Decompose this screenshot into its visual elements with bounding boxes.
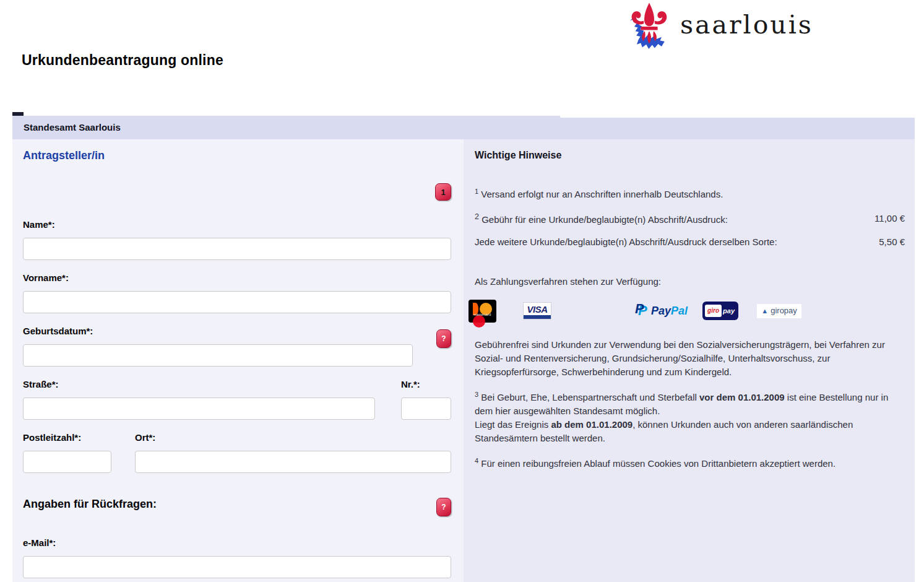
ort-group: Ort*: [135,432,451,473]
note-3-sup: 3 [475,391,478,398]
nr-field[interactable] [401,397,451,420]
fee-row-additional: Jede weitere Urkunde/beglaubigte(n) Absc… [475,235,905,249]
name-field[interactable] [23,238,451,260]
giropay-classic-logo: giro pay [702,302,738,320]
geburtsdatum-row: Geburtsdatum*: ? [23,326,451,367]
paypal-p-icon: P P [635,303,647,318]
paypal-logo: P P PayPal [635,303,688,318]
giropay-new-wordmark: giropay [771,304,797,318]
nr-label: Nr.*: [401,379,451,390]
saarlouis-crest-icon [622,1,671,57]
ort-label: Ort*: [135,432,451,443]
note-1-text: Versand erfolgt nur an Anschriften inner… [481,189,723,199]
logo-wordmark: saarlouis [680,10,813,40]
ort-field[interactable] [135,451,451,473]
note-cookies: 4 Für einen reibungsfreien Ablauf müssen… [475,454,905,471]
paypal-wordmark: PayPal [651,304,688,318]
note-shipping: 1 Versand erfolgt nur an Anschriften inn… [475,185,905,201]
note-1-sup: 1 [475,188,478,195]
visa-label: VISA [527,303,547,316]
standesamt-bar-right [560,118,915,139]
payment-logos-row: mastercard VISA P P PayPal giro pay ▲ gi… [468,298,905,323]
mastercard-label: mastercard [468,308,496,321]
note-4-sup: 4 [475,457,478,464]
plz-field[interactable] [23,451,111,473]
applicant-form-panel: Antragsteller/in 1 Name*: Vorname*: Gebu… [12,139,464,582]
plz-group: Postleitzahl*: [23,432,111,473]
email-label: e-Mail*: [23,537,451,549]
standesamt-bar-title: Standesamt Saarlouis [12,116,560,139]
mastercard-logo: mastercard [468,300,496,323]
rueckfragen-row: Angaben für Rückfragen: ? [23,498,451,516]
vorname-label: Vorname*: [23,272,451,284]
form-heading: Antragsteller/in [23,149,451,162]
hints-heading: Wichtige Hinweise [475,149,905,162]
fee-1-text: 2 Gebühr für eine Urkunde/beglaubigte(n)… [475,210,821,227]
visa-logo: VISA [523,302,551,319]
note-3-bold-before: vor dem 01.01.2009 [699,392,785,402]
rueckfragen-help-badge[interactable]: ? [436,498,451,516]
note-free-certificates: Gebührenfrei sind Urkunden zur Verwendun… [475,338,905,379]
fee-1-price: 11,00 € [874,212,905,225]
nr-group: Nr.*: [401,379,451,420]
visa-bar [524,315,551,319]
info-badge-row: 1 [23,183,451,201]
vorname-field[interactable] [23,291,451,313]
fee-2-text: Jede weitere Urkunde/beglaubigte(n) Absc… [475,235,821,249]
saarlouis-logo: saarlouis [622,1,813,57]
geburtsdatum-help-badge[interactable]: ? [436,329,451,348]
strasse-nr-row: Straße*: Nr.*: [23,379,451,420]
fee-row-first: 2 Gebühr für eine Urkunde/beglaubigte(n)… [475,210,905,227]
plz-label: Postleitzahl*: [23,432,111,443]
rueckfragen-heading: Angaben für Rückfragen: [23,498,451,511]
payment-caption: Als Zahlungsverfahren stehen zur Verfügu… [475,275,905,289]
note-4-text: Für einen reibungsfreien Ablauf müssen C… [481,458,835,469]
note-3-bold-after: ab dem 01.01.2009 [551,419,633,430]
strasse-group: Straße*: [23,379,375,420]
geburtsdatum-field[interactable] [23,344,413,367]
geburtsdatum-label: Geburtsdatum*: [23,326,451,337]
standesamt-bar: Standesamt Saarlouis [12,116,560,139]
strasse-field[interactable] [23,397,375,420]
strasse-label: Straße*: [23,379,375,390]
plz-ort-row: Postleitzahl*: Ort*: [23,432,451,473]
email-field[interactable] [23,556,451,578]
fee-2-price: 5,50 € [879,235,905,249]
giropay-classic-girobox: giro [705,305,722,317]
note-registry-office: 3 Bei Geburt, Ehe, Lebenspartnerschaft u… [475,388,905,445]
hints-panel: Wichtige Hinweise 1 Versand erfolgt nur … [464,139,915,582]
page-title: Urkundenbeantragung online [22,52,223,69]
info-badge-1[interactable]: 1 [435,183,451,201]
name-label: Name*: [23,219,451,230]
note-2-sup: 2 [475,212,479,221]
giropay-pyramid-icon: ▲ [761,304,768,318]
giropay-new-logo: ▲ giropay [757,304,801,318]
fleur-de-lis-icon [632,3,667,44]
page: Urkundenbeantragung online saarlouis Sta… [0,0,924,582]
